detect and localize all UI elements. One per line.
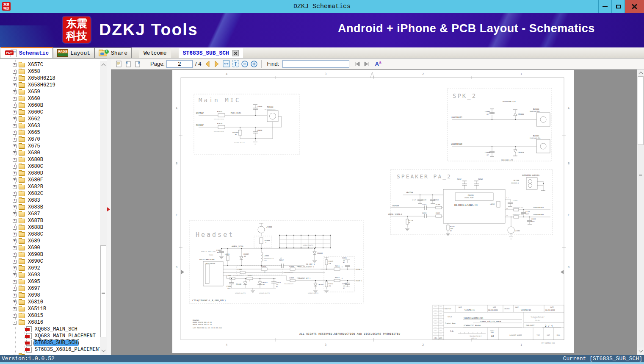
tab-close-icon[interactable] [232,50,239,56]
font-settings-icon[interactable]: Aa [375,60,381,67]
tree-item[interactable]: + X660B [0,102,100,109]
tree-item[interactable]: + X690C [0,258,100,265]
tree-expander-icon[interactable]: + [13,70,17,74]
tree-expander-icon[interactable]: + [13,226,17,230]
tree-item[interactable]: ST683S_X6816_PLACEMENT [0,346,100,353]
tree-scrollbar[interactable] [100,61,107,355]
viewer-scrollbar-thumb[interactable] [638,76,644,145]
tree-item[interactable]: + X663 [0,122,100,129]
tree-item[interactable]: + X698 [0,292,100,299]
tree-item[interactable]: + X658H6219 [0,82,100,89]
tree-item[interactable]: + X690B [0,251,100,258]
tree-expander-icon[interactable]: + [13,90,17,94]
tree-item[interactable]: + X683 [0,197,100,204]
tree-item[interactable]: + X697 [0,285,100,292]
tree-expander-icon[interactable]: + [13,165,17,169]
zoom-out-button[interactable] [240,59,249,69]
tree-expander-icon[interactable]: + [13,233,17,236]
tree-expander-icon[interactable]: + [13,117,17,121]
tree-expander-icon[interactable]: + [13,138,17,142]
viewer-scroll-up-icon[interactable] [637,69,644,76]
tree-item[interactable]: + X675 [0,143,100,150]
find-next-button[interactable] [362,59,371,69]
fit-page-button[interactable] [231,59,240,69]
tree-scroll-up-icon[interactable] [100,61,107,68]
tree-item[interactable]: + X693 [0,272,100,278]
tree-item[interactable]: + X670 [0,136,100,143]
tree-expander-icon[interactable]: + [13,131,17,135]
tree-item[interactable]: + X687B [0,217,100,224]
tree-expander-icon[interactable]: + [13,260,17,264]
tab-document[interactable]: ST683S_SUB_SCH [179,48,243,58]
close-button[interactable] [625,0,644,13]
tree-item[interactable]: XQ683_MAIN_SCH [0,326,100,333]
tree-item[interactable]: - X6816 [0,319,100,326]
tree-expander-icon[interactable]: + [13,267,17,270]
tree-item[interactable]: + X689 [0,238,100,245]
tree-expander-icon[interactable]: + [13,273,17,277]
tree-expander-icon[interactable]: + [13,314,17,318]
copy-page-button[interactable] [114,59,124,69]
pdf-viewer[interactable]: 43214321ABCDABCDMain MICMICP0FMICN0FR102… [111,69,644,355]
tree-item[interactable]: + X680 [0,150,100,156]
next-page-button[interactable] [212,59,221,69]
tree-expander-icon[interactable]: + [13,158,17,162]
tree-item[interactable]: + X660 [0,95,100,102]
tree-item[interactable]: + X687 [0,211,100,217]
tree-expander-icon[interactable]: + [13,246,17,250]
tree-expander-icon[interactable]: + [13,77,17,81]
rotate-right-button[interactable] [133,59,142,69]
tree-item[interactable]: + X6810 [0,299,100,306]
tree-expander-icon[interactable]: + [13,83,17,87]
tree-item[interactable]: + X692 [0,265,100,272]
tree-item[interactable]: + X680D [0,170,100,177]
viewer-scroll-down-icon[interactable] [637,347,644,354]
fit-width-button[interactable] [221,59,231,69]
tree-item[interactable]: + X680B [0,156,100,163]
tree-expander-icon[interactable]: + [13,192,17,196]
minimize-button[interactable] [598,0,611,13]
tree-item[interactable]: + X695 [0,278,100,285]
tab-layout[interactable]: PADS Layout [53,47,94,58]
tree-expander-icon[interactable]: + [13,185,17,189]
tree-expander-icon[interactable]: + [13,253,17,257]
tree-expander-icon[interactable]: + [13,144,17,148]
tree-item[interactable]: ST683S_SUB_SCH [0,339,100,346]
tree-expander-icon[interactable]: + [13,206,17,209]
tree-item[interactable]: + X657C [0,61,100,68]
tree-expander-icon[interactable]: + [13,172,17,175]
tree-item[interactable]: + X665 [0,129,100,136]
maximize-button[interactable] [611,0,625,13]
tree-item[interactable]: + X658 [0,68,100,75]
tree-expander-icon[interactable]: + [13,104,17,108]
tree-item[interactable]: + X682B [0,183,100,190]
zoom-in-button[interactable] [249,59,259,69]
tab-schematic[interactable]: PDF Schematic [1,47,53,58]
tree-item[interactable]: XQ683_MAIN_PLACEMENT [0,333,100,339]
tab-share[interactable]: + Share [94,47,132,58]
viewer-scrollbar[interactable] [637,69,644,355]
panel-splitter[interactable] [107,58,111,355]
tree-expander-icon[interactable]: - [13,321,17,325]
tab-welcome[interactable]: Welcome [139,48,171,58]
tree-expander-icon[interactable]: + [13,287,17,291]
collapse-arrow-icon[interactable] [107,207,110,211]
tree-expander-icon[interactable]: + [13,294,17,297]
tree-expander-icon[interactable]: + [13,151,17,155]
tree-item[interactable]: + X659 [0,89,100,95]
tree-expander-icon[interactable]: + [13,280,17,284]
tree-expander-icon[interactable]: + [13,219,17,223]
tree-expander-icon[interactable]: + [13,307,17,311]
tree-expander-icon[interactable]: + [13,63,17,67]
tree-expander-icon[interactable]: + [13,199,17,203]
previous-page-button[interactable] [203,59,212,69]
tree-item[interactable]: + X688C [0,231,100,238]
tree-item[interactable]: + X6511B [0,306,100,312]
find-input[interactable] [282,60,349,68]
tree-scrollbar-thumb[interactable] [100,245,106,337]
tree-item[interactable]: + X683B [0,204,100,211]
tree-expander-icon[interactable]: + [13,124,17,128]
tree-item[interactable]: + X680F [0,177,100,183]
page-number-input[interactable] [166,60,193,68]
tree-expander-icon[interactable]: + [13,300,17,304]
